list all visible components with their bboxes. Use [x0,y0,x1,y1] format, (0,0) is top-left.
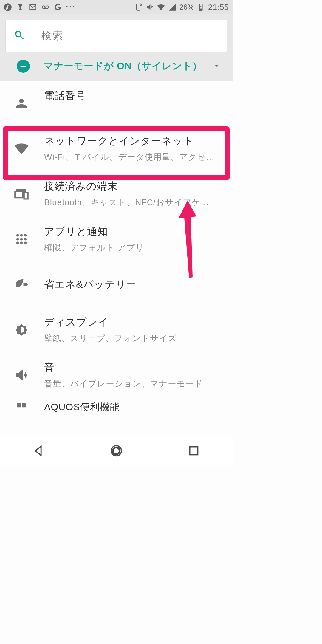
google-g-icon [54,3,62,11]
row-subtitle: 壁紙、スリープ、フォントサイズ [44,333,226,344]
row-subtitle: Wi-Fi、モバイル、データ使用量、アクセ… [44,151,226,163]
row-title: AQUOS便利機能 [44,401,226,414]
battery-percent: 26% [179,3,194,11]
nav-home-button[interactable] [109,444,123,459]
status-bar: 26% 21:55 [0,0,233,14]
aquos-icon [12,401,31,415]
chevron-down-icon [212,61,222,72]
svg-point-14 [24,242,27,244]
row-connected-devices[interactable]: 接続済みの端末 Bluetooth、キャスト、NFC/おサイフケ… [0,171,233,216]
mute-icon [145,3,154,11]
row-display[interactable]: ディスプレイ 壁紙、スリープ、フォントサイズ [0,307,233,352]
row-title: ネットワークとインターネット [44,134,226,148]
row-subtitle: 音量、バイブレーション、マナーモード [44,378,226,389]
phone-ring-icon [134,3,143,11]
voicemail-icon [41,3,49,11]
svg-rect-19 [190,447,198,455]
svg-rect-16 [22,403,26,407]
overflow-dots-icon [66,3,75,11]
settings-header-area: 検索 マナーモードが ON（サイレント） [0,14,233,80]
svg-point-6 [16,234,19,237]
row-title: ディスプレイ [44,315,226,329]
row-subtitle: 権限、デフォルト アプリ [44,242,226,253]
clock: 21:55 [208,3,229,12]
svg-point-1 [42,6,45,8]
svg-point-13 [20,242,23,244]
svg-point-8 [24,234,27,237]
row-title: 省エネ&バッテリー [44,278,226,291]
row-network-internet[interactable]: ネットワークとインターネット Wi-Fi、モバイル、データ使用量、アクセ… [0,126,233,171]
svg-point-2 [46,6,48,8]
svg-point-11 [24,238,27,241]
svg-rect-15 [17,403,21,407]
svg-point-12 [16,242,19,244]
battery-charging-icon [197,3,205,11]
apps-grid-icon [12,230,31,249]
row-title: 音 [44,361,226,374]
wifi-status-icon [157,3,165,11]
row-sound[interactable]: 音 音量、バイブレーション、マナーモード [0,352,233,398]
svg-point-9 [16,238,19,241]
dnd-minus-icon [17,60,30,73]
settings-list: 電話番号 ネットワークとインターネット Wi-Fi、モバイル、データ使用量、アク… [0,80,233,419]
cellular-status-icon [168,3,177,11]
music-note-icon [4,3,12,11]
row-title: 電話番号 [44,89,226,103]
row-title: 接続済みの端末 [44,179,226,193]
svg-point-10 [20,238,23,241]
nav-recents-button[interactable] [187,444,201,459]
lamp-icon [16,3,24,11]
speaker-icon [12,366,31,385]
devices-icon [12,184,31,203]
system-nav-bar [0,437,233,465]
leaf-battery-icon [12,275,31,294]
dnd-banner-text: マナーモードが ON（サイレント） [44,60,212,73]
svg-rect-5 [199,9,202,11]
gmail-icon [29,3,37,11]
brightness-icon [12,320,31,339]
person-icon [12,94,31,113]
dnd-banner[interactable]: マナーモードが ON（サイレント） [5,52,227,80]
row-apps-notifications[interactable]: アプリと通知 権限、デフォルト アプリ [0,216,233,262]
settings-search-bar[interactable]: 検索 [5,20,227,52]
search-placeholder: 検索 [41,29,64,43]
svg-rect-3 [137,4,140,10]
row-aquos-features[interactable]: AQUOS便利機能 [0,398,233,419]
row-subtitle: Bluetooth、キャスト、NFC/おサイフケ… [44,197,226,208]
nav-back-button[interactable] [32,444,46,459]
row-phone-number[interactable]: 電話番号 [0,80,233,126]
search-icon [13,29,25,42]
svg-point-7 [20,234,23,237]
wifi-icon [12,139,31,158]
row-title: アプリと通知 [44,225,226,239]
row-battery[interactable]: 省エネ&バッテリー [0,262,233,307]
row-subtitle [44,106,226,117]
svg-point-18 [113,447,120,454]
